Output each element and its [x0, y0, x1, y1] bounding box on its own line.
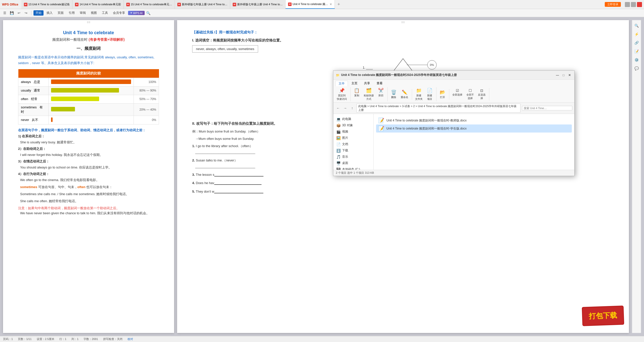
rs-btn-4[interactable]: 📝 [633, 48, 640, 55]
rs-btn-6[interactable]: 💬 [633, 65, 640, 72]
new-tab-btn[interactable]: + [335, 2, 343, 7]
menu-start[interactable]: 开始 [33, 10, 44, 16]
menu-member[interactable]: 会员专享 [111, 10, 127, 16]
usage-4-example: We often go to the cinema. 我们经常去电影院看电影。 [20, 177, 159, 183]
fe-sidebar-downloads[interactable]: ⬇️ 下载 [333, 147, 373, 154]
toolbar-icon-2[interactable]: 💾 [9, 10, 15, 16]
tab-6-label: Unit 4 Time to celebrate 频… [293, 2, 328, 6]
fe-file-teacher[interactable]: 📝 Unit 4 Time to celebrate 频度副词和一般现在时-教师… [376, 116, 572, 124]
fe-btn-new-item[interactable]: 📄 新建项目 [425, 87, 434, 101]
fe-forward-btn[interactable]: → [342, 105, 348, 111]
fe-minimize-icon[interactable]: — [555, 73, 560, 77]
tab-4[interactable]: W 新外研版七年级上册 Unit 4 Time to… [175, 0, 230, 9]
wps-ai-btn[interactable]: ✦ WPS AI [128, 11, 145, 15]
register-btn[interactable]: 立即登录 [605, 2, 621, 7]
fe-new-item-label: 新建项目 [427, 94, 432, 101]
note-example: We have never been given the chance to t… [20, 210, 159, 216]
answer-ref: (有参考答案+详细解析) [89, 37, 125, 41]
fe-btn-group-open: 📂 打开 [438, 89, 449, 100]
file-explorer: 📁 Unit 4 Time to celebrate 频度副词和一般现在时202… [333, 70, 575, 176]
close-btn[interactable] [637, 2, 642, 7]
fe-tab-share[interactable]: 共享 [361, 81, 373, 86]
fe-tab-view[interactable]: 查看 [374, 81, 386, 86]
tab-6-close[interactable]: ✕ [330, 3, 332, 6]
fe-btn-delete[interactable]: 🗑️ 删除 [389, 89, 398, 100]
rs-btn-5[interactable]: ⚙️ [633, 56, 640, 63]
right-page-corner-bl [180, 325, 185, 330]
tab-1[interactable]: W 13.Unit 4 Time to celebrate速记练 [21, 0, 72, 9]
toolbar-icon-4[interactable]: ↪ [23, 10, 29, 16]
fe-btn-copy[interactable]: 📋 复制 [352, 87, 361, 98]
fe-btn-paste-shortcut[interactable]: 🗂️ 粘贴快捷方式 [362, 87, 375, 101]
fe-close-icon[interactable]: ✕ [567, 73, 572, 77]
tab-5[interactable]: W 新外研版七年级上册 Unit 4 Time to… [230, 0, 286, 9]
tab-5-label: 新外研版七年级上册 Unit 4 Time to… [237, 3, 283, 6]
fe-search-box[interactable] [522, 106, 572, 110]
fe-tab-home[interactable]: 主页 [348, 81, 360, 86]
maximize-btn[interactable] [631, 2, 636, 7]
toolbar-icon-3[interactable]: ↩ [16, 10, 22, 16]
fe-btn-cut[interactable]: ✂️ 剪切 [376, 87, 385, 98]
table-row: often 经常 50% — 70% [18, 95, 159, 103]
download-badge[interactable]: 打包下载 [582, 306, 624, 326]
menu-review[interactable]: 审阅 [78, 10, 88, 16]
fe-btn-group-organize: 🗑️ 删除 ✏️ 重命名 [389, 89, 412, 100]
fe-new-item-icon: 📄 [427, 88, 432, 93]
fe-maximize-icon[interactable]: □ [561, 73, 566, 77]
fe-title-text: Unit 4 Time to celebrate 频度副词和一般现在时2024-… [341, 73, 457, 77]
fe-sidebar-video[interactable]: 🎬 视频 [333, 129, 373, 135]
tab-3[interactable]: W 15.Unit 4 Time to celebrate单元… [124, 0, 175, 9]
drag-handle-right[interactable]: ⠿⠿ [401, 21, 405, 24]
fe-back-btn[interactable]: ← [335, 105, 341, 111]
fe-sidebar-pictures[interactable]: 🖼️ 图片 [333, 135, 373, 141]
menu-reference[interactable]: 引用 [67, 10, 77, 16]
table-row: always 总是 100% [18, 78, 159, 86]
menu-view[interactable]: 视图 [89, 10, 99, 16]
fe-desktop-icon: 🖥️ [336, 161, 341, 165]
menu-tools[interactable]: 工具 [100, 10, 110, 16]
left-doc-panel: ⠿⠿ Unit 4 Time to celebrate 频度副词和一般现在时 (… [3, 20, 174, 333]
tab-6[interactable]: W Unit 4 Time to celebrate 频… ✕ [286, 0, 335, 9]
titlebar: WPS Office W 13.Unit 4 Time to celebrate… [0, 0, 644, 9]
fe-select-all-icon: ☑ [456, 89, 459, 93]
part1-label: I. 选词填空：将频度副词按频率大小写在相应的空格位置。 [192, 38, 614, 43]
rs-btn-2[interactable]: ⚡ [633, 31, 640, 38]
fe-sidebar-driveC[interactable]: 💾 本地磁盘 (C:) [333, 166, 373, 170]
tab-4-icon: W [177, 3, 181, 6]
tab-2[interactable]: W 14.Unit 4 Time to celebrate单元彩 [72, 0, 124, 9]
fe-sidebar-documents[interactable]: 📄 文档 [333, 141, 373, 147]
fe-btn-rename[interactable]: ✏️ 重命名 [399, 89, 410, 100]
toolbar-icon-1[interactable]: ☰ [2, 10, 8, 16]
menu-page[interactable]: 页面 [56, 10, 66, 16]
menu-insert[interactable]: 插入 [45, 10, 55, 16]
right-doc-panel: ⠿⠿ 【基础过关练 I】用一般现在时完成句子： I. 选词填空：将频度副词按频率… [177, 20, 629, 333]
drag-handle-left[interactable]: ⠿⠿ [87, 21, 90, 24]
fe-sidebar-desktop[interactable]: 🖥️ 桌面 [333, 160, 373, 166]
fe-btn-group-select: ☑ 全部选择 ☐ 全部不选择 ⊡ 反选选择 [451, 88, 489, 101]
fe-btn-open[interactable]: 📂 打开 [438, 89, 447, 100]
minimize-btn[interactable] [625, 2, 630, 7]
fe-sidebar-3d[interactable]: 📦 3D 对象 [333, 122, 373, 129]
tab-1-label: 13.Unit 4 Time to celebrate速记练 [28, 3, 70, 6]
fe-3d-icon: 📦 [336, 123, 341, 127]
usage-4-title: 4）在行为动词之前： [18, 172, 159, 176]
fe-sidebar-computer[interactable]: 💻 此电脑 [333, 116, 373, 122]
fe-up-btn[interactable]: ↑ [349, 105, 355, 111]
fe-driveC-icon: 💾 [336, 167, 341, 170]
fe-deselect-all-label: 全部不选择 [466, 93, 474, 100]
fe-tab-file[interactable]: 文件 [335, 81, 348, 86]
rs-btn-3[interactable]: 🔗 [633, 39, 640, 46]
fe-btn-invert-select[interactable]: ⊡ 反选选择 [476, 88, 487, 101]
status-proofread[interactable]: 校对 [128, 337, 133, 341]
search-btn[interactable]: 🔍 [146, 10, 151, 16]
fe-btn-pin[interactable]: 📌 固定到快速访问 [335, 87, 348, 101]
fe-address-path[interactable]: 此电脑 > Unit 4 Time to celebrate > 3-试卷 > … [356, 104, 520, 113]
fe-btn-deselect-all[interactable]: ☐ 全部不选择 [465, 88, 475, 101]
fe-file-student[interactable]: 📝 Unit 4 Time to celebrate 频度副词和一般现在时-学生… [376, 124, 572, 133]
fe-sidebar-music[interactable]: 🎵 音乐 [333, 154, 373, 160]
rs-btn-1[interactable]: 🔍 [633, 22, 640, 29]
fe-btn-select-all[interactable]: ☑ 全部选择 [451, 88, 464, 97]
exercise-4: 4. Does he hav__________________________ [192, 180, 614, 186]
fe-statusbar: 2 个项目 选中 1 个项目 313 KB [333, 170, 574, 176]
fe-btn-new-folder[interactable]: 📁 新建文件夹 [414, 87, 424, 101]
